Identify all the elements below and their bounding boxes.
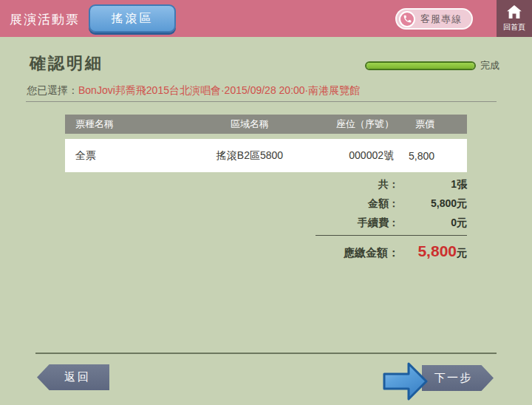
table-header: 票種名稱 區域名稱 座位（序號） 票價: [65, 115, 467, 134]
summary-total-row: 應繳金額： 5,800元: [316, 242, 467, 260]
kiosk-screen: 展演活動票 搖滾區 客服專線 回首頁 確認明細 完成 您已選擇：BonJovi邦…: [0, 0, 532, 405]
total-label: 應繳金額：: [344, 246, 399, 260]
col-zone: 區域名稱: [176, 118, 324, 131]
top-bar: 展演活動票 搖滾區 客服專線 回首頁: [0, 0, 532, 37]
summary-value: 1張: [399, 177, 467, 191]
summary-value: 5,800元: [399, 197, 467, 210]
selection-line: 您已選擇：BonJovi邦喬飛2015台北演唱會·2015/09/28 20:0…: [27, 84, 360, 98]
home-label: 回首頁: [503, 22, 525, 33]
total-unit: 元: [457, 247, 467, 259]
col-price: 票價: [394, 118, 467, 131]
zone-button[interactable]: 搖滾區: [89, 4, 176, 33]
summary-row-count: 共： 1張: [316, 177, 467, 191]
hotline-label: 客服專線: [420, 13, 462, 26]
summary-label: 共：: [378, 177, 399, 191]
progress-fill: [366, 63, 474, 69]
summary-row-fee: 手續費： 0元: [316, 216, 467, 229]
phone-icon: [399, 11, 415, 27]
col-ticket-type: 票種名稱: [65, 118, 176, 131]
order-summary: 共： 1張 金額： 5,800元 手續費： 0元 應繳金額： 5,800元: [316, 177, 467, 260]
total-value: 5,800: [417, 242, 457, 259]
home-icon: [507, 5, 522, 21]
next-button[interactable]: 下一步: [422, 365, 494, 391]
col-seat: 座位（序號）: [324, 118, 394, 131]
cell-zone: 搖滾B2區5800: [176, 149, 324, 163]
cell-price: 5,800: [394, 150, 467, 162]
home-button[interactable]: 回首頁: [497, 0, 532, 37]
progress-label: 完成: [480, 59, 499, 72]
divider-top: [26, 101, 497, 102]
cell-seat: 000002號: [324, 149, 394, 163]
summary-label: 金額：: [368, 197, 399, 210]
summary-row-amount: 金額： 5,800元: [316, 197, 467, 210]
back-button[interactable]: 返回: [37, 364, 109, 390]
selection-label: 您已選擇：: [27, 84, 78, 96]
table-row: 全票 搖滾B2區5800 000002號 5,800: [65, 139, 467, 172]
hotline-badge[interactable]: 客服專線: [395, 8, 473, 30]
summary-divider: [316, 235, 467, 236]
page-title: 確認明細: [30, 52, 103, 75]
divider-bottom: [35, 353, 497, 354]
progress-track: [365, 61, 476, 70]
progress: 完成: [365, 59, 499, 72]
total-amount: 5,800元: [399, 242, 467, 260]
summary-value: 0元: [399, 216, 467, 229]
app-title: 展演活動票: [10, 11, 80, 28]
selection-value: BonJovi邦喬飛2015台北演唱會·2015/09/28 20:00·南港展…: [78, 84, 360, 96]
cell-ticket-type: 全票: [65, 149, 176, 163]
summary-label: 手續費：: [358, 216, 399, 229]
